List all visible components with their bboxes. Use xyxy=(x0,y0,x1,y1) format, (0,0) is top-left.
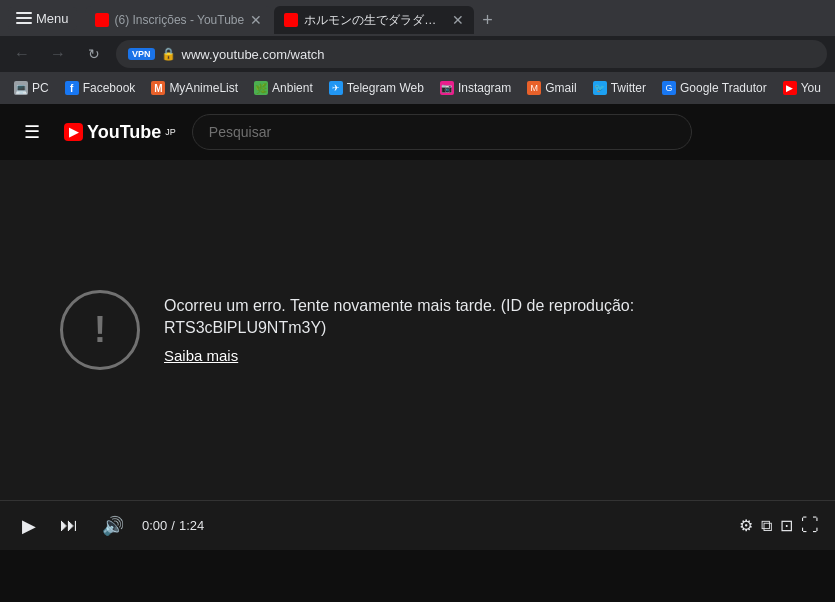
video-controls-bar: ▶ ⏭ 🔊 0:00 / 1:24 ⚙ ⧉ ⊡ ⛶ xyxy=(0,500,835,550)
refresh-button[interactable]: ↻ xyxy=(80,40,108,68)
controls-right: ⚙ ⧉ ⊡ ⛶ xyxy=(739,515,819,536)
progress-area: 0:00 / 1:24 xyxy=(142,518,727,533)
hamburger-icon xyxy=(16,12,32,24)
volume-button[interactable]: 🔊 xyxy=(96,511,130,541)
bookmark-telegram[interactable]: ✈ Telegram Web xyxy=(323,79,430,97)
next-button[interactable]: ⏭ xyxy=(54,511,84,540)
bookmark-youtube[interactable]: ▶ You xyxy=(777,79,827,97)
anbient-favicon: 🌿 xyxy=(254,81,268,95)
vpn-badge: VPN xyxy=(128,48,155,60)
address-bar: ← → ↻ VPN 🔒 www.youtube.com/watch xyxy=(0,36,835,72)
tab-favicon-youtube xyxy=(95,13,109,27)
lock-icon: 🔒 xyxy=(161,47,176,61)
instagram-favicon: 📷 xyxy=(440,81,454,95)
gtranslate-favicon: G xyxy=(662,81,676,95)
tab-label-inscricoes: (6) Inscrições - YouTube xyxy=(115,13,245,27)
settings-button[interactable]: ⚙ xyxy=(739,516,753,535)
tab-close-hormones[interactable]: ✕ xyxy=(452,13,464,27)
youtube-search-bar[interactable] xyxy=(192,114,692,150)
twitter-favicon: 🐦 xyxy=(593,81,607,95)
bookmark-google-translate[interactable]: G Google Tradutor xyxy=(656,79,773,97)
theater-button[interactable]: ⊡ xyxy=(780,516,793,535)
url-bar[interactable]: VPN 🔒 www.youtube.com/watch xyxy=(116,40,827,68)
miniplayer-button[interactable]: ⧉ xyxy=(761,517,772,535)
page-bottom xyxy=(0,550,835,602)
back-button[interactable]: ← xyxy=(8,40,36,68)
tab-hormones[interactable]: ホルモンの生でダラダラみさせて ✕ xyxy=(274,6,474,34)
youtube-search-input[interactable] xyxy=(209,124,675,140)
bookmark-instagram-label: Instagram xyxy=(458,81,511,95)
pc-favicon: 💻 xyxy=(14,81,28,95)
bookmarks-bar: 💻 PC f Facebook M MyAnimeList 🌿 Anbient … xyxy=(0,72,835,104)
bookmark-gmail-label: Gmail xyxy=(545,81,576,95)
menu-label: Menu xyxy=(36,11,69,26)
bookmark-gtranslate-label: Google Tradutor xyxy=(680,81,767,95)
url-text: www.youtube.com/watch xyxy=(182,47,815,62)
mal-favicon: M xyxy=(151,81,165,95)
bookmark-pc-label: PC xyxy=(32,81,49,95)
yt-favicon: ▶ xyxy=(783,81,797,95)
bookmark-twitter-label: Twitter xyxy=(611,81,646,95)
tab-label-hormones: ホルモンの生でダラダラみさせて xyxy=(304,12,446,29)
bookmark-gmail[interactable]: M Gmail xyxy=(521,79,582,97)
bookmark-myanimelist-label: MyAnimeList xyxy=(169,81,238,95)
youtube-app: ☰ ▶ YouTubeJP ! Ocorreu um erro. Tente n… xyxy=(0,104,835,602)
bookmark-twitter[interactable]: 🐦 Twitter xyxy=(587,79,652,97)
bookmark-facebook[interactable]: f Facebook xyxy=(59,79,142,97)
bookmark-instagram[interactable]: 📷 Instagram xyxy=(434,79,517,97)
youtube-header: ☰ ▶ YouTubeJP xyxy=(0,104,835,160)
bookmark-myanimelist[interactable]: M MyAnimeList xyxy=(145,79,244,97)
error-text-container: Ocorreu um erro. Tente novamente mais ta… xyxy=(164,295,775,366)
video-error-screen: ! Ocorreu um erro. Tente novamente mais … xyxy=(0,160,835,500)
bookmark-telegram-label: Telegram Web xyxy=(347,81,424,95)
telegram-favicon: ✈ xyxy=(329,81,343,95)
bookmark-anbient[interactable]: 🌿 Anbient xyxy=(248,79,319,97)
menu-button[interactable]: Menu xyxy=(8,7,77,30)
gmail-favicon: M xyxy=(527,81,541,95)
bookmark-youtube-label: You xyxy=(801,81,821,95)
time-total: 1:24 xyxy=(179,518,204,533)
tab-close-inscricoes[interactable]: ✕ xyxy=(250,13,262,27)
facebook-favicon: f xyxy=(65,81,79,95)
time-current: 0:00 xyxy=(142,518,167,533)
video-player: ! Ocorreu um erro. Tente novamente mais … xyxy=(0,160,835,550)
tab-favicon-hormones xyxy=(284,13,298,27)
time-separator: / xyxy=(171,518,175,533)
new-tab-button[interactable]: + xyxy=(476,6,499,34)
error-icon-circle: ! xyxy=(60,290,140,370)
youtube-menu-button[interactable]: ☰ xyxy=(16,113,48,151)
browser-chrome: Menu (6) Inscrições - YouTube ✕ ホルモンの生でダ… xyxy=(0,0,835,104)
youtube-logo[interactable]: ▶ YouTubeJP xyxy=(64,122,176,143)
bookmark-pc[interactable]: 💻 PC xyxy=(8,79,55,97)
youtube-logo-text: YouTube xyxy=(87,122,161,143)
error-title: Ocorreu um erro. Tente novamente mais ta… xyxy=(164,295,775,340)
youtube-logo-icon: ▶ xyxy=(64,123,83,141)
youtube-logo-suffix: JP xyxy=(165,127,176,137)
tab-inscricoes[interactable]: (6) Inscrições - YouTube ✕ xyxy=(85,6,273,34)
error-learn-more-link[interactable]: Saiba mais xyxy=(164,347,238,364)
fullscreen-button[interactable]: ⛶ xyxy=(801,515,819,536)
bookmark-facebook-label: Facebook xyxy=(83,81,136,95)
forward-button[interactable]: → xyxy=(44,40,72,68)
tabs-container: (6) Inscrições - YouTube ✕ ホルモンの生でダラダラみさ… xyxy=(85,6,827,34)
play-button[interactable]: ▶ xyxy=(16,511,42,541)
error-exclamation: ! xyxy=(94,309,106,351)
bookmark-anbient-label: Anbient xyxy=(272,81,313,95)
title-bar: Menu (6) Inscrições - YouTube ✕ ホルモンの生でダ… xyxy=(0,0,835,36)
